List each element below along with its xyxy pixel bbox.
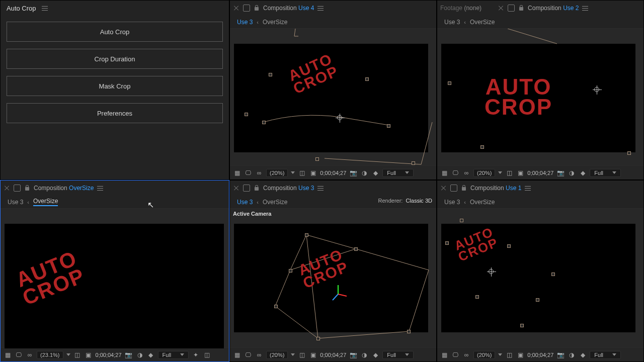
toggle-icon[interactable]: ◑: [568, 169, 576, 177]
crop-icon[interactable]: ◫: [298, 351, 306, 359]
chevron-down-icon[interactable]: [291, 171, 295, 174]
crop-icon[interactable]: ◫: [298, 169, 306, 177]
grid-icon[interactable]: ▦: [233, 169, 241, 177]
hamburger-icon[interactable]: [41, 5, 48, 12]
crumb-use3[interactable]: Use 3: [444, 199, 460, 206]
layer-handle[interactable]: [448, 81, 451, 85]
lock-icon[interactable]: [253, 5, 260, 12]
monitor-icon[interactable]: 🖵: [244, 169, 252, 177]
snapshot-icon[interactable]: 📷: [349, 351, 357, 359]
grid-icon[interactable]: ▦: [440, 169, 448, 177]
resolution-dropdown[interactable]: Full: [590, 169, 621, 177]
layer-handle[interactable]: [262, 121, 266, 124]
viewport-use1[interactable]: AUTOCROP: [437, 209, 643, 347]
crumb-oversize[interactable]: OverSize: [33, 198, 58, 206]
layer-handle[interactable]: [269, 73, 272, 76]
mask-icon[interactable]: ▣: [309, 169, 317, 177]
crop-icon[interactable]: ◫: [505, 351, 513, 359]
layer-handle[interactable]: [274, 305, 278, 308]
layer-handle[interactable]: [365, 77, 369, 81]
channel-icon[interactable]: ◆: [371, 351, 379, 359]
adjust-icon[interactable]: ✦: [192, 351, 200, 359]
zoom-dropdown[interactable]: (23.1%): [37, 351, 63, 359]
mask-icon[interactable]: ▣: [85, 351, 93, 359]
crop-duration-button[interactable]: Crop Duration: [7, 49, 223, 69]
tab-composition-use4[interactable]: Composition Use 4: [263, 5, 314, 12]
layer-handle[interactable]: [354, 247, 358, 251]
layer-handle[interactable]: [460, 219, 463, 222]
hamburger-icon[interactable]: [524, 185, 531, 192]
viewport-use4[interactable]: AUTOCROP: [230, 29, 436, 165]
resolution-dropdown[interactable]: Full: [382, 351, 414, 359]
monitor-icon[interactable]: 🖵: [15, 351, 23, 359]
timecode[interactable]: 0;00;04;27: [320, 170, 346, 176]
layer-handle[interactable]: [316, 337, 320, 340]
goggles-icon[interactable]: ∞: [462, 351, 470, 359]
channel-icon[interactable]: ◆: [147, 351, 155, 359]
resolution-dropdown[interactable]: Full: [590, 351, 621, 359]
viewport-use2[interactable]: AUTOCROP: [437, 29, 643, 165]
tab-composition-use3[interactable]: Composition Use 3: [263, 185, 314, 192]
layer-handle[interactable]: [245, 113, 248, 116]
layer-handle[interactable]: [475, 295, 479, 299]
layer-handle[interactable]: [387, 124, 390, 128]
renderer-value[interactable]: Classic 3D: [406, 198, 432, 204]
chevron-down-icon[interactable]: [498, 171, 502, 174]
hamburger-icon[interactable]: [317, 185, 324, 192]
anchor-point-icon[interactable]: [337, 115, 342, 120]
resolution-dropdown[interactable]: Full: [382, 169, 414, 177]
toggle-icon[interactable]: ◑: [360, 351, 368, 359]
crumb-oversize[interactable]: OverSize: [263, 19, 287, 26]
mask-icon[interactable]: ▣: [516, 351, 524, 359]
layer-handle[interactable]: [445, 241, 449, 245]
layer-handle[interactable]: [536, 298, 539, 302]
chevron-left-icon[interactable]: ‹: [27, 199, 29, 205]
toggle-icon[interactable]: ◑: [568, 351, 576, 359]
mask-icon[interactable]: ▣: [516, 169, 524, 177]
layer-handle[interactable]: [315, 157, 319, 161]
preferences-button[interactable]: Preferences: [7, 103, 223, 123]
crumb-oversize[interactable]: OverSize: [470, 199, 495, 206]
close-icon[interactable]: [233, 185, 240, 192]
zoom-dropdown[interactable]: (20%): [266, 351, 288, 359]
snapshot-icon[interactable]: 📷: [349, 169, 357, 177]
snapshot-icon[interactable]: 📷: [125, 351, 133, 359]
goggles-icon[interactable]: ∞: [255, 351, 263, 359]
monitor-icon[interactable]: 🖵: [451, 351, 459, 359]
zoom-dropdown[interactable]: (20%): [473, 169, 495, 177]
crop-icon[interactable]: ◫: [73, 351, 82, 359]
timecode[interactable]: 0;00;04;27: [320, 352, 346, 358]
layer-handle[interactable]: [627, 151, 631, 155]
chevron-left-icon[interactable]: ‹: [257, 199, 259, 205]
channel-icon[interactable]: ◆: [371, 169, 379, 177]
timecode[interactable]: 0;00;04;27: [527, 352, 553, 358]
crumb-use3[interactable]: Use 3: [444, 19, 460, 26]
auto-crop-button[interactable]: Auto Crop: [7, 22, 223, 42]
layer-handle[interactable]: [412, 161, 415, 165]
mask-crop-button[interactable]: Mask Crop: [7, 76, 223, 96]
resolution-dropdown[interactable]: Full: [158, 351, 189, 359]
close-icon[interactable]: [498, 5, 505, 12]
snapshot-icon[interactable]: 📷: [556, 351, 565, 359]
crumb-use3[interactable]: Use 3: [237, 199, 253, 206]
lock-icon[interactable]: [518, 5, 525, 12]
crumb-use3[interactable]: Use 3: [8, 199, 23, 206]
layer-handle[interactable]: [407, 330, 411, 333]
hamburger-icon[interactable]: [582, 5, 589, 12]
layer-handle[interactable]: [507, 244, 511, 248]
crumb-oversize[interactable]: OverSize: [263, 199, 287, 206]
lock-icon[interactable]: [460, 185, 467, 192]
axis-gizmo-icon[interactable]: [331, 284, 351, 304]
zoom-dropdown[interactable]: (20%): [266, 169, 288, 177]
viewport-oversize[interactable]: AUTOCROP: [1, 209, 229, 347]
anchor-point-icon[interactable]: [489, 269, 494, 274]
lock-icon[interactable]: [253, 185, 260, 192]
timecode[interactable]: 0;00;04;27: [527, 170, 553, 176]
toggle-icon[interactable]: ◑: [136, 351, 144, 359]
close-icon[interactable]: [440, 185, 447, 192]
timecode[interactable]: 0;00;04;27: [96, 352, 122, 358]
crumb-use3[interactable]: Use 3: [237, 19, 253, 26]
crop-icon[interactable]: ◫: [203, 351, 211, 359]
goggles-icon[interactable]: ∞: [26, 351, 34, 359]
channel-icon[interactable]: ◆: [579, 169, 587, 177]
